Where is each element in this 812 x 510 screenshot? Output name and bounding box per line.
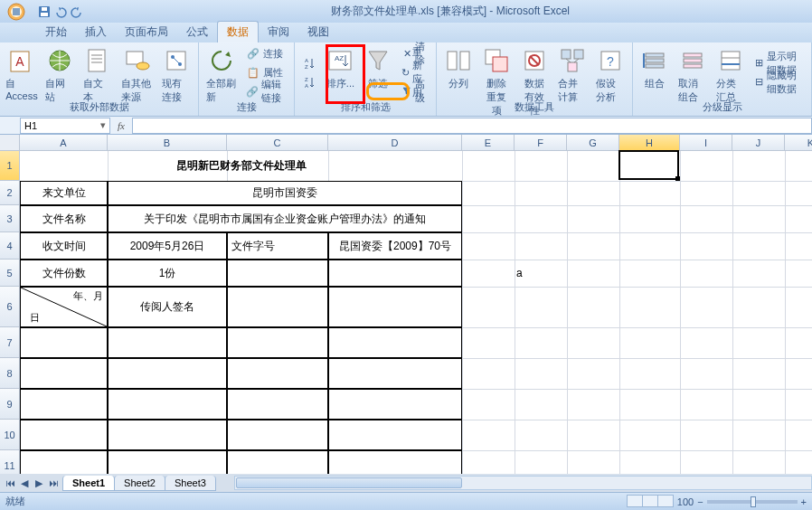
whatif-button[interactable]: ?假设分析 (592, 44, 628, 100)
col-header-B[interactable]: B (108, 135, 227, 151)
redo-icon[interactable] (71, 5, 83, 18)
first-sheet-icon[interactable]: ⏮ (4, 477, 16, 489)
chevron-down-icon[interactable]: ▾ (100, 119, 106, 131)
grid[interactable]: 昆明新巴财务部文件处理单来文单位昆明市国资委文件名称关于印发《昆明市市属国有企业… (20, 151, 812, 492)
tab-page-layout[interactable]: 页面布局 (116, 22, 177, 42)
next-sheet-icon[interactable]: ▶ (33, 477, 45, 489)
data-validation-button[interactable]: 数据 有效性 (516, 44, 552, 100)
advanced-filter-button[interactable]: 高级 (398, 82, 432, 100)
table-cell[interactable]: 昆国资委【2009】70号 (328, 232, 462, 260)
fx-icon[interactable]: fx (110, 120, 132, 131)
table-cell[interactable] (227, 287, 328, 327)
table-cell[interactable]: 文件字号 (227, 232, 328, 260)
table-cell[interactable]: 文件名称 (20, 205, 108, 232)
row-header-9[interactable]: 9 (0, 389, 20, 420)
group-button[interactable]: 组合 (637, 44, 673, 100)
existing-connections-button[interactable]: 现有连接 (158, 44, 194, 100)
tab-insert[interactable]: 插入 (76, 22, 116, 42)
table-cell[interactable] (108, 389, 227, 420)
table-cell[interactable] (20, 420, 108, 450)
remove-duplicates-button[interactable]: 删除 重复项 (478, 44, 515, 100)
row-header-10[interactable]: 10 (0, 420, 20, 450)
row-header-8[interactable]: 8 (0, 358, 20, 389)
sort-desc-button[interactable]: ZA (298, 73, 320, 91)
connections-button[interactable]: 🔗连接 (242, 44, 291, 62)
ungroup-button[interactable]: 取消组合 (675, 44, 711, 100)
tab-review[interactable]: 审阅 (259, 22, 298, 42)
table-cell[interactable]: 文件份数 (20, 260, 108, 287)
col-header-D[interactable]: D (328, 135, 462, 151)
row-header-3[interactable]: 3 (0, 205, 20, 232)
sheet-tab-1[interactable]: Sheet1 (62, 476, 115, 491)
office-button[interactable] (0, 0, 33, 23)
horizontal-scrollbar[interactable] (234, 476, 812, 490)
table-cell[interactable] (328, 327, 462, 358)
from-text-button[interactable]: 自文本 (80, 44, 116, 100)
zoom-out-icon[interactable]: − (697, 496, 703, 507)
table-cell[interactable]: 2009年5月26日 (108, 232, 227, 260)
filter-button[interactable]: 筛选 (360, 44, 396, 100)
zoom-slider[interactable] (707, 500, 798, 504)
col-header-C[interactable]: C (227, 135, 328, 151)
row-header-1[interactable]: 1 (0, 151, 20, 181)
tab-data[interactable]: 数据 (217, 21, 259, 42)
sheet-tab-2[interactable]: Sheet2 (114, 476, 165, 491)
col-header-J[interactable]: J (732, 135, 785, 151)
table-cell[interactable] (328, 389, 462, 420)
table-cell[interactable] (108, 327, 227, 358)
tab-view[interactable]: 视图 (298, 22, 338, 42)
row-header-2[interactable]: 2 (0, 181, 20, 205)
table-cell[interactable] (20, 358, 108, 389)
row-header-7[interactable]: 7 (0, 327, 20, 358)
row-header-4[interactable]: 4 (0, 232, 20, 260)
table-cell[interactable]: 收文时间 (20, 232, 108, 260)
hide-detail-button[interactable]: ⊟隐藏明细数据 (751, 73, 807, 91)
table-cell[interactable] (328, 287, 462, 327)
table-cell[interactable]: 关于印发《昆明市市属国有企业资金账户管理办法》的通知 (108, 205, 462, 232)
table-cell[interactable] (227, 358, 328, 389)
refresh-all-button[interactable]: 全部刷新 (203, 44, 240, 100)
sort-button[interactable]: AZ排序... (322, 44, 358, 100)
page-break-view-icon[interactable] (657, 495, 674, 507)
table-cell[interactable]: 年、月日 (20, 287, 108, 327)
zoom-thumb[interactable] (751, 496, 756, 507)
table-cell[interactable] (227, 420, 328, 450)
table-cell[interactable]: 昆明市国资委 (108, 181, 462, 205)
prev-sheet-icon[interactable]: ◀ (18, 477, 31, 489)
normal-view-icon[interactable] (627, 495, 643, 507)
table-cell[interactable] (227, 260, 328, 287)
sheet-tab-3[interactable]: Sheet3 (165, 476, 216, 491)
edit-links-button[interactable]: 🔗编辑链接 (242, 82, 291, 100)
save-icon[interactable] (38, 5, 51, 18)
formula-bar[interactable] (132, 118, 812, 134)
table-cell[interactable] (328, 420, 462, 450)
tab-formulas[interactable]: 公式 (177, 22, 217, 42)
cell-F5[interactable]: a (515, 260, 567, 287)
zoom-in-icon[interactable]: + (801, 496, 807, 507)
subtotal-button[interactable]: 分类汇总 (713, 44, 749, 100)
sort-asc-button[interactable]: AZ (298, 54, 320, 72)
col-header-H[interactable]: H (619, 135, 680, 151)
from-access-button[interactable]: A自 Access (4, 44, 40, 100)
tab-home[interactable]: 开始 (36, 22, 76, 42)
last-sheet-icon[interactable]: ⏭ (47, 477, 60, 489)
undo-icon[interactable] (54, 5, 67, 18)
scroll-thumb[interactable] (236, 477, 462, 488)
select-all-corner[interactable] (0, 135, 20, 151)
col-header-I[interactable]: I (680, 135, 732, 151)
page-layout-view-icon[interactable] (642, 495, 658, 507)
from-web-button[interactable]: 自网站 (42, 44, 78, 100)
table-cell[interactable] (227, 389, 328, 420)
consolidate-button[interactable]: 合并计算 (554, 44, 590, 100)
table-cell[interactable]: 来文单位 (20, 181, 108, 205)
table-cell[interactable] (328, 358, 462, 389)
table-cell[interactable] (108, 420, 227, 450)
table-cell[interactable]: 1份 (108, 260, 227, 287)
table-cell[interactable]: 昆明新巴财务部文件处理单 (20, 151, 462, 181)
table-cell[interactable] (328, 260, 462, 287)
col-header-F[interactable]: F (515, 135, 567, 151)
table-cell[interactable] (108, 358, 227, 389)
text-to-columns-button[interactable]: 分列 (440, 44, 477, 100)
row-header-5[interactable]: 5 (0, 260, 20, 287)
col-header-E[interactable]: E (462, 135, 515, 151)
